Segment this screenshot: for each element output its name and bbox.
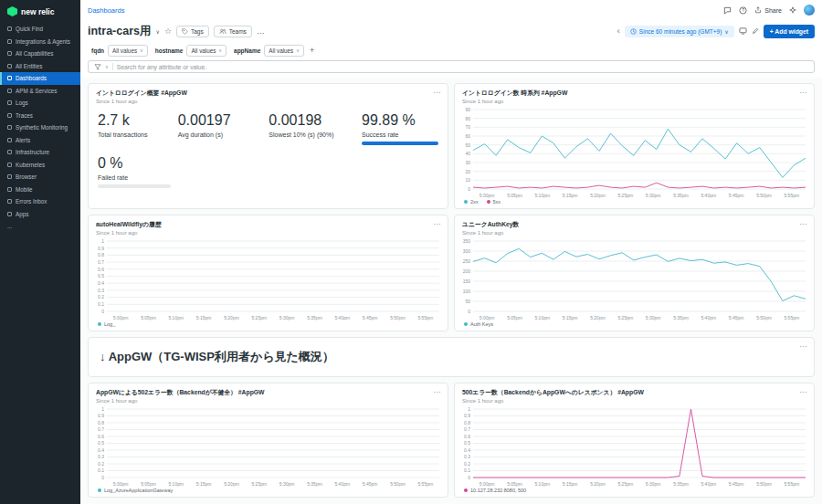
legend-item[interactable]: Log_ xyxy=(98,321,115,327)
line-chart[interactable]: 0501001502002503003505:00pm5:05pm5:10pm5… xyxy=(458,238,810,321)
legend-item[interactable]: Log_AzureApplicationGateway xyxy=(98,488,173,493)
line-chart[interactable]: 00.10.20.30.40.50.60.70.80.915:00pm5:05p… xyxy=(92,238,444,321)
teams-label: Teams xyxy=(229,28,247,35)
widget-menu-button[interactable]: … xyxy=(433,217,442,226)
metric-slowest: 0.00198 Slowest 10% (s) (90%) xyxy=(269,112,362,145)
svg-text:5:15pm: 5:15pm xyxy=(563,481,578,487)
line-chart[interactable]: 00.10.20.30.40.50.60.70.80.915:00pm5:05p… xyxy=(92,406,444,488)
svg-text:0: 0 xyxy=(101,475,104,480)
newrelic-logo[interactable]: new relic xyxy=(0,0,80,23)
legend-label: 10.127.28.232:8080, 500 xyxy=(470,488,526,493)
header-more-button[interactable]: … xyxy=(257,26,266,36)
edit-icon[interactable] xyxy=(752,27,759,35)
svg-text:5:10pm: 5:10pm xyxy=(534,315,550,320)
widget-menu-button[interactable]: … xyxy=(433,86,442,95)
line-chart[interactable]: 00.10.20.30.40.50.60.70.80.915:00pm5:05p… xyxy=(458,406,810,488)
tv-mode-icon[interactable] xyxy=(739,27,747,35)
svg-text:5:25pm: 5:25pm xyxy=(617,315,633,320)
sidebar-item-synthetics[interactable]: Synthetic Monitoring xyxy=(0,121,80,134)
apm-icon xyxy=(7,89,12,93)
logs-icon xyxy=(7,100,12,105)
sidebar-item-logs[interactable]: Logs xyxy=(0,97,80,110)
sidebar-item-quick-find[interactable]: Quick Find xyxy=(0,23,80,36)
line-chart[interactable]: 01020304050607080905:00pm5:05pm5:10pm5:1… xyxy=(458,107,810,199)
widget-autoheal-history: autoHealWildflyの履歴 Since 1 hour ago … 00… xyxy=(88,215,448,331)
metric-label: Total transactions xyxy=(98,131,178,138)
filter-appname-dropdown[interactable]: All values∨ xyxy=(264,45,304,57)
search-input[interactable]: ∨ Search for any attribute or value. xyxy=(88,60,815,73)
widget-menu-button[interactable]: … xyxy=(433,385,442,394)
svg-text:5:30pm: 5:30pm xyxy=(279,481,295,487)
sidebar-item-label: All Entities xyxy=(16,63,42,69)
whats-new-icon[interactable] xyxy=(789,6,796,14)
sidebar-item-errors-inbox[interactable]: Errors Inbox xyxy=(0,195,80,208)
breadcrumb[interactable]: Dashboards xyxy=(88,6,124,15)
chart-legend: 10.127.28.232:8080, 500 xyxy=(455,488,814,497)
svg-text:350: 350 xyxy=(463,238,471,244)
legend-label: 2xx xyxy=(470,199,479,205)
time-picker[interactable]: Since 60 minutes ago (GMT+9) ∨ xyxy=(625,26,734,37)
svg-text:5:40pm: 5:40pm xyxy=(334,481,350,487)
feedback-icon[interactable] xyxy=(723,6,732,15)
chart-legend: Log_ xyxy=(89,321,448,331)
legend-dot-icon xyxy=(464,322,468,326)
clock-icon xyxy=(630,28,637,35)
chevron-left-icon[interactable]: ‹ xyxy=(617,26,620,36)
svg-text:0.7: 0.7 xyxy=(98,259,104,265)
svg-text:5:35pm: 5:35pm xyxy=(307,315,322,320)
teams-button[interactable]: Teams xyxy=(214,26,252,37)
sidebar-item-infrastructure[interactable]: Infrastructure xyxy=(0,146,80,159)
widget-menu-button[interactable]: … xyxy=(799,217,808,226)
filter-fqdn-dropdown[interactable]: All values∨ xyxy=(108,45,148,57)
chevron-down-icon[interactable]: ∨ xyxy=(155,28,159,35)
avatar[interactable] xyxy=(804,5,815,16)
svg-text:1: 1 xyxy=(101,238,104,244)
svg-text:5:25pm: 5:25pm xyxy=(617,193,633,198)
share-button[interactable]: Share xyxy=(754,6,782,14)
svg-text:5:45pm: 5:45pm xyxy=(729,193,744,198)
sidebar-item-label: Browser xyxy=(16,173,37,180)
sidebar-item-kubernetes[interactable]: Kubernetes xyxy=(0,159,80,172)
svg-text:50: 50 xyxy=(465,142,470,148)
quick-find-icon xyxy=(7,26,12,31)
mobile-icon xyxy=(7,187,12,192)
chart-canvas: 00.10.20.30.40.50.60.70.80.915:00pm5:05p… xyxy=(92,238,444,321)
filter-name: fqdn xyxy=(91,47,104,54)
sidebar-item-more[interactable]: ... xyxy=(0,220,80,233)
sidebar-item-label: Infrastructure xyxy=(16,149,49,155)
legend-item[interactable]: 10.127.28.232:8080, 500 xyxy=(464,488,526,493)
svg-text:20: 20 xyxy=(465,169,470,174)
legend-item[interactable]: 2xx xyxy=(464,199,479,205)
sidebar-item-mobile[interactable]: Mobile xyxy=(0,184,80,196)
sidebar-item-apm[interactable]: APM & Services xyxy=(0,85,80,98)
chart-legend: 2xx5xx xyxy=(455,199,814,208)
sidebar-item-traces[interactable]: Traces xyxy=(0,110,80,122)
sidebar-item-dashboards[interactable]: Dashboards xyxy=(0,72,80,85)
svg-text:200: 200 xyxy=(463,268,471,274)
favorite-star-icon[interactable]: ☆ xyxy=(164,26,172,36)
svg-text:0.6: 0.6 xyxy=(98,267,104,272)
dashboards-icon xyxy=(7,76,12,80)
legend-item[interactable]: 5xx xyxy=(487,199,501,205)
widget-menu-button[interactable]: … xyxy=(799,385,808,394)
svg-text:5:10pm: 5:10pm xyxy=(534,193,550,198)
sidebar-item-capabilities[interactable]: All Capabilities xyxy=(0,47,80,60)
sidebar-item-entities[interactable]: All Entities xyxy=(0,60,80,73)
legend-item[interactable]: Auth Keys xyxy=(464,321,493,327)
help-icon[interactable]: ? xyxy=(739,6,747,15)
sidebar-item-browser[interactable]: Browser xyxy=(0,171,80,184)
chart-canvas: 01020304050607080905:00pm5:05pm5:10pm5:1… xyxy=(458,107,810,199)
sidebar-item-alerts[interactable]: Alerts xyxy=(0,134,80,147)
widget-subtitle: Since 1 hour ago xyxy=(96,230,440,236)
sidebar-item-label: ... xyxy=(7,223,12,229)
sidebar-item-apps[interactable]: Apps xyxy=(0,208,80,221)
add-widget-button[interactable]: + Add widget xyxy=(764,25,815,38)
widget-menu-button[interactable]: … xyxy=(799,340,808,349)
add-filter-button[interactable]: + xyxy=(310,46,314,55)
widget-menu-button[interactable]: … xyxy=(799,86,808,95)
legend-label: Log_AzureApplicationGateway xyxy=(104,488,173,493)
newrelic-logo-icon xyxy=(7,6,17,16)
filter-hostname-dropdown[interactable]: All values∨ xyxy=(186,45,227,57)
tags-button[interactable]: Tags xyxy=(176,26,209,37)
sidebar-item-integrations[interactable]: Integrations & Agents xyxy=(0,36,80,48)
